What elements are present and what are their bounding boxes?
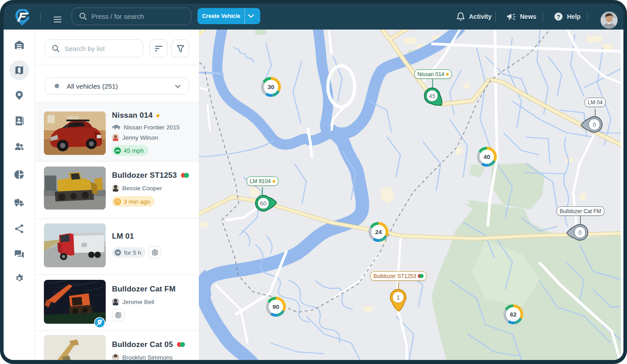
svg-text:90: 90 — [272, 304, 279, 310]
svg-text:45: 45 — [429, 93, 435, 99]
svg-text:24: 24 — [375, 229, 382, 236]
svg-text:1: 1 — [396, 294, 399, 301]
svg-text:30: 30 — [267, 84, 274, 90]
svg-text:0: 0 — [593, 121, 596, 128]
svg-text:0: 0 — [578, 229, 581, 236]
svg-text:60: 60 — [260, 200, 266, 207]
svg-text:62: 62 — [510, 311, 516, 318]
svg-text:40: 40 — [483, 154, 490, 160]
svg-text:?: ? — [557, 13, 560, 20]
